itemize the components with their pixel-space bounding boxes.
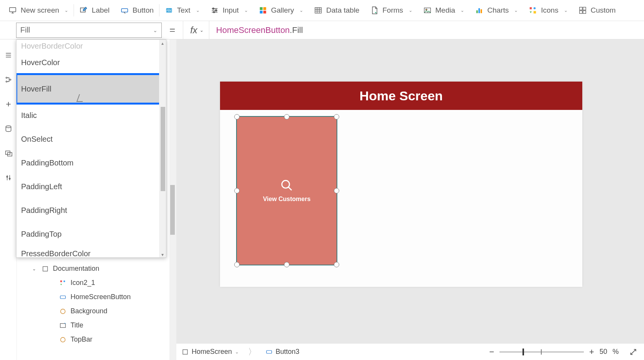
hamburger-icon[interactable] (4, 51, 13, 59)
scrollbar-track[interactable]: ▴ ▾ (159, 40, 166, 257)
zoom-in-button[interactable]: + (589, 347, 594, 357)
svg-point-27 (6, 126, 11, 128)
tree-view-icon[interactable] (4, 75, 13, 84)
svg-rect-40 (183, 350, 187, 354)
resize-handle[interactable] (234, 114, 240, 119)
custom-icon (578, 6, 587, 15)
datatable-label: Data table (326, 6, 360, 15)
fx-button[interactable]: fx ⌄ (183, 21, 209, 39)
gallery-menu[interactable]: Gallery ⌄ (253, 0, 309, 21)
button-icon (120, 6, 129, 15)
input-menu[interactable]: Input ⌄ (205, 0, 253, 21)
property-option[interactable]: HoverColor (16, 51, 166, 74)
label-button[interactable]: Label (74, 0, 115, 21)
property-option[interactable]: Italic (16, 103, 166, 127)
svg-rect-41 (266, 350, 272, 353)
scrollbar-thumb[interactable] (161, 107, 165, 191)
chevron-down-icon: ⌄ (409, 8, 412, 13)
breadcrumb-control-label: Button3 (276, 348, 299, 356)
gallery-label: Gallery (271, 6, 294, 15)
button-icon (59, 293, 67, 301)
svg-point-36 (61, 309, 65, 314)
selected-control[interactable]: View Customers (236, 116, 337, 265)
equals-sign: = (162, 24, 183, 36)
zoom-controls: − + 50 % (489, 347, 637, 357)
property-dropdown[interactable]: HoverBorderColor HoverColor HoverFill It… (16, 39, 166, 258)
scrollbar-thumb[interactable] (170, 185, 175, 235)
label-icon (59, 322, 67, 329)
media-panel-icon[interactable] (4, 149, 13, 157)
tree-item[interactable]: TopBar (17, 332, 170, 347)
forms-menu[interactable]: Forms ⌄ (365, 0, 418, 21)
tree-item[interactable]: Title (17, 318, 170, 332)
screen-stage[interactable]: Home Screen View Customers (220, 82, 582, 287)
tree-item[interactable]: Background (17, 304, 170, 318)
resize-handle[interactable] (284, 114, 289, 119)
svg-point-26 (10, 79, 11, 80)
zoom-slider[interactable] (499, 351, 584, 353)
resize-handle[interactable] (234, 188, 240, 193)
property-option-highlighted[interactable]: HoverFill (16, 74, 166, 103)
media-icon (423, 6, 432, 15)
canvas[interactable]: Home Screen View Customers (170, 39, 644, 360)
formula-property: .Fill (290, 25, 303, 35)
new-screen-menu[interactable]: New screen ⌄ (3, 0, 74, 21)
scroll-down-icon[interactable]: ▾ (160, 252, 165, 257)
tree-item-label: Title (71, 321, 83, 329)
chevron-down-icon: ⌄ (32, 266, 36, 272)
plus-icon[interactable] (4, 100, 13, 108)
svg-point-19 (534, 7, 536, 10)
property-option[interactable]: HoverBorderColor (16, 40, 166, 51)
property-option[interactable]: OnSelect (16, 127, 166, 151)
tree-item[interactable]: HomeScreenButton (17, 290, 170, 304)
chevron-down-icon: ⌄ (299, 8, 303, 13)
shape-icon (59, 336, 67, 344)
icons-menu[interactable]: Icons ⌄ (523, 0, 573, 21)
svg-rect-33 (60, 280, 62, 282)
tree-group-label: Documentation (53, 265, 99, 273)
property-selector[interactable]: Fill ⌄ (16, 23, 162, 38)
breadcrumb-screen-label: HomeScreen (192, 348, 232, 356)
svg-point-14 (426, 9, 427, 10)
button-label: Button (133, 6, 154, 15)
zoom-thumb[interactable] (522, 349, 524, 355)
svg-point-34 (64, 280, 66, 282)
zoom-out-button[interactable]: − (489, 347, 494, 357)
zoom-unit: % (613, 348, 619, 356)
datatable-button[interactable]: Data table (309, 0, 365, 21)
property-option[interactable]: PaddingTop (16, 222, 166, 246)
property-option[interactable]: PressedBorderColor (16, 246, 166, 258)
svg-rect-20 (579, 7, 582, 10)
advanced-icon[interactable] (4, 173, 13, 182)
resize-handle[interactable] (334, 114, 339, 119)
resize-handle[interactable] (284, 262, 289, 267)
breadcrumb-screen[interactable]: HomeScreen ⌄ (177, 346, 243, 357)
svg-rect-17 (481, 9, 482, 13)
data-icon[interactable] (4, 124, 13, 133)
panel-scrollbar[interactable] (169, 39, 176, 360)
breadcrumb-control[interactable]: Button3 (261, 346, 304, 357)
tree-group[interactable]: ⌄ Documentation (17, 262, 170, 276)
svg-rect-10 (260, 11, 263, 13)
text-menu[interactable]: Abc Text ⌄ (159, 0, 205, 21)
custom-menu[interactable]: Custom (573, 0, 621, 21)
svg-rect-11 (263, 11, 266, 13)
property-option[interactable]: PaddingBottom (16, 151, 166, 175)
button-button[interactable]: Button (115, 0, 159, 21)
resize-handle[interactable] (234, 262, 240, 267)
property-option[interactable]: PaddingLeft (16, 175, 166, 198)
charts-menu[interactable]: Charts ⌄ (470, 0, 523, 21)
custom-label: Custom (591, 6, 616, 15)
scroll-up-icon[interactable]: ▴ (160, 41, 165, 45)
screen-title-bar: Home Screen (220, 82, 582, 110)
fullscreen-icon[interactable] (629, 348, 637, 356)
resize-handle[interactable] (334, 188, 339, 193)
formula-input[interactable]: HomeScreenButton.Fill (209, 25, 310, 35)
svg-rect-32 (43, 267, 48, 271)
resize-handle[interactable] (334, 262, 339, 267)
property-option[interactable]: PaddingRight (16, 198, 166, 222)
property-selector-value: Fill (20, 26, 30, 34)
media-menu[interactable]: Media ⌄ (418, 0, 470, 21)
tree-item[interactable]: Icon2_1 (17, 276, 170, 290)
chevron-down-icon: ⌄ (244, 8, 248, 13)
